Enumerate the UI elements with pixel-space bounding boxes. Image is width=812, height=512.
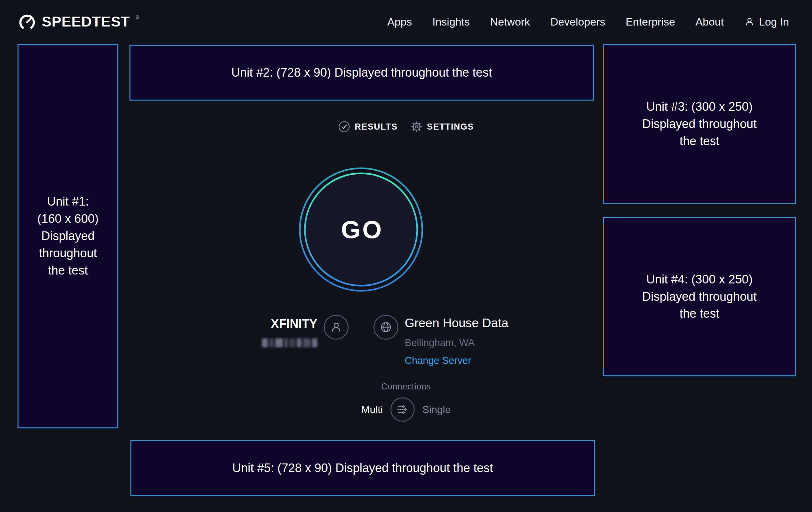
logo-text: SPEEDTEST xyxy=(42,14,130,30)
nav-item-developers[interactable]: Developers xyxy=(550,16,605,28)
main-nav: Apps Insights Network Developers Enterpr… xyxy=(387,16,789,28)
go-button-label: GO xyxy=(299,167,423,292)
isp-name: XFINITY xyxy=(262,317,317,331)
person-icon xyxy=(744,16,755,27)
ad-unit-4[interactable]: Unit #4: (300 x 250) Displayed throughou… xyxy=(603,217,796,376)
server-name: Green House Data xyxy=(405,316,509,330)
nav-item-apps[interactable]: Apps xyxy=(387,16,412,28)
ad-unit-1[interactable]: Unit #1: (160 x 600) Displayed throughou… xyxy=(18,44,118,428)
isp-info: XFINITY xyxy=(262,315,349,347)
ad-unit-2-text: Unit #2: (728 x 90) Displayed throughout… xyxy=(231,64,492,81)
ad-unit-5-text: Unit #5: (728 x 90) Displayed throughout… xyxy=(232,460,493,477)
login-button[interactable]: Log In xyxy=(744,16,789,28)
nav-item-enterprise[interactable]: Enterprise xyxy=(626,16,675,28)
check-circle-icon xyxy=(338,120,350,133)
gear-icon xyxy=(410,120,423,133)
connections-section: Connections Multi Single xyxy=(0,382,812,422)
tab-settings-label: SETTINGS xyxy=(427,122,474,132)
ad-unit-2[interactable]: Unit #2: (728 x 90) Displayed throughout… xyxy=(129,45,594,101)
redacted-ip-text xyxy=(262,339,317,347)
server-info: Green House Data Bellingham, WA Change S… xyxy=(374,315,509,367)
login-label: Log In xyxy=(759,16,789,28)
ad-unit-1-text: Unit #1: (160 x 600) Displayed throughou… xyxy=(35,193,101,279)
nav-item-about[interactable]: About xyxy=(696,16,724,28)
top-nav: SPEEDTEST® Apps Insights Network Develop… xyxy=(0,0,812,44)
nav-item-network[interactable]: Network xyxy=(490,16,530,28)
ad-unit-5[interactable]: Unit #5: (728 x 90) Displayed throughout… xyxy=(130,440,595,496)
tab-settings[interactable]: SETTINGS xyxy=(410,120,474,133)
speedtest-logo[interactable]: SPEEDTEST® xyxy=(18,12,138,31)
tab-results[interactable]: RESULTS xyxy=(338,120,398,133)
registered-mark: ® xyxy=(136,15,139,20)
server-location: Bellingham, WA xyxy=(405,337,509,349)
change-server-link[interactable]: Change Server xyxy=(405,355,509,367)
globe-icon xyxy=(374,315,398,340)
connection-mode-single[interactable]: Single xyxy=(422,404,451,415)
nav-item-insights[interactable]: Insights xyxy=(433,16,470,28)
connection-toggle[interactable] xyxy=(390,397,415,422)
tab-results-label: RESULTS xyxy=(355,122,398,132)
multi-arrows-icon xyxy=(395,402,410,417)
go-button[interactable]: GO xyxy=(299,167,423,292)
ad-unit-4-text: Unit #4: (300 x 250) Displayed throughou… xyxy=(636,271,763,323)
isp-person-icon xyxy=(324,315,349,340)
speedtest-page: SPEEDTEST® Apps Insights Network Develop… xyxy=(0,0,812,512)
speedometer-logo-icon xyxy=(18,12,37,31)
tabs-row: RESULTS SETTINGS xyxy=(0,120,812,133)
connection-mode-multi[interactable]: Multi xyxy=(361,404,383,415)
connections-label: Connections xyxy=(0,382,812,392)
